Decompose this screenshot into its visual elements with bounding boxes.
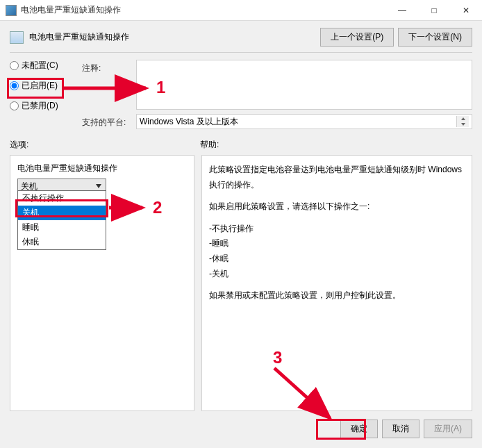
help-list-item: -关机: [209, 267, 465, 282]
options-panel-title: 电池电量严重短缺通知操作: [17, 163, 187, 174]
radio-label: 未配置(C): [22, 60, 58, 72]
help-paragraph: 如果禁用或未配置此策略设置，则用户控制此设置。: [209, 288, 465, 304]
help-list-item: -睡眠: [209, 236, 465, 251]
cancel-button[interactable]: 取消: [382, 420, 419, 438]
action-combo-dropdown: 不执行操作 关机 睡眠 休眠: [17, 190, 106, 250]
close-button[interactable]: ✕: [450, 0, 482, 21]
minimize-button[interactable]: —: [386, 0, 418, 21]
help-paragraph: 此策略设置指定电池容量达到电池电量严重短缺通知级别时 Windows 执行的操作…: [209, 163, 465, 192]
radio-enabled[interactable]: 已启用(E): [10, 80, 74, 92]
spinner-icon[interactable]: [456, 116, 469, 127]
options-section-label: 选项:: [10, 139, 200, 151]
help-section-label: 帮助:: [200, 139, 219, 151]
comment-label: 注释:: [82, 60, 129, 74]
divider: [10, 52, 472, 53]
radio-label: 已启用(E): [22, 80, 58, 92]
next-setting-button[interactable]: 下一个设置(N): [398, 28, 472, 47]
options-panel: 电池电量严重短缺通知操作 关机 不执行操作 关机 睡眠 休眠: [10, 155, 194, 411]
comment-input[interactable]: [136, 60, 472, 110]
help-list-item: -休眠: [209, 251, 465, 267]
help-list-item: -不执行操作: [209, 222, 465, 237]
combo-item[interactable]: 不执行操作: [18, 191, 106, 206]
help-paragraph: 如果启用此策略设置，请选择以下操作之一:: [209, 199, 465, 215]
radio-not-configured[interactable]: 未配置(C): [10, 60, 74, 72]
platform-readout: Windows Vista 及以上版本: [136, 114, 472, 129]
apply-button[interactable]: 应用(A): [424, 420, 472, 438]
platform-label: 支持的平台:: [82, 114, 129, 128]
combo-item[interactable]: 关机: [18, 206, 106, 220]
app-icon: [6, 5, 17, 16]
window-title: 电池电量严重短缺通知操作: [21, 4, 386, 16]
page-title: 电池电量严重短缺通知操作: [29, 31, 315, 43]
policy-icon: [10, 31, 24, 44]
combo-item[interactable]: 休眠: [18, 235, 106, 249]
prev-setting-button[interactable]: 上一个设置(P): [320, 28, 394, 47]
radio-disabled[interactable]: 已禁用(D): [10, 100, 74, 112]
combo-item[interactable]: 睡眠: [18, 220, 106, 235]
titlebar: 电池电量严重短缺通知操作 — □ ✕: [0, 0, 482, 21]
ok-button[interactable]: 确定: [340, 420, 378, 438]
maximize-button[interactable]: □: [418, 0, 450, 21]
help-panel: 此策略设置指定电池容量达到电池电量严重短缺通知级别时 Windows 执行的操作…: [201, 155, 472, 411]
radio-label: 已禁用(D): [22, 100, 58, 112]
